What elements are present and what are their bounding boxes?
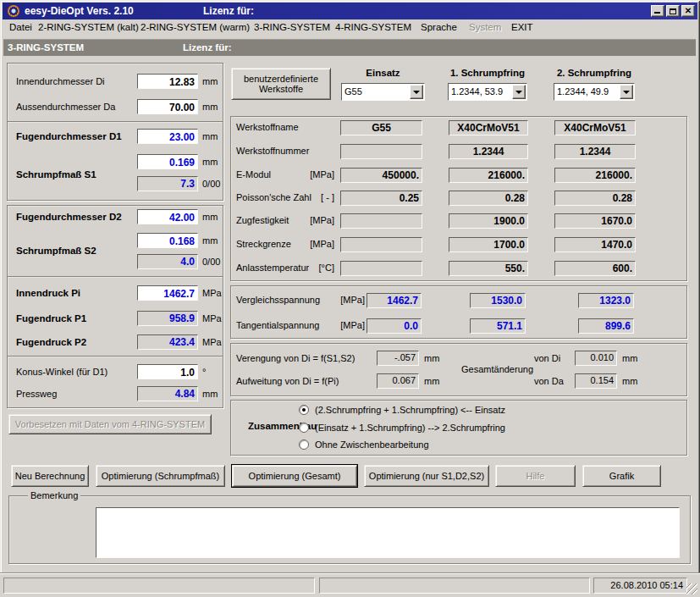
werkstoffname-col1: G55: [340, 120, 422, 135]
app-icon[interactable]: [8, 5, 19, 17]
col-header-ring1: 1. Schrumpfring: [448, 68, 527, 78]
menu-exit[interactable]: EXIT: [511, 22, 533, 32]
status-datetime: 26.08.2010 05:14: [593, 578, 687, 594]
d1-unit: mm: [202, 131, 218, 141]
pi-input[interactable]: [137, 285, 198, 301]
row-unit: [MPa]: [284, 169, 334, 180]
anlasstemp-col1: [340, 261, 422, 276]
menu-4ring[interactable]: 4-RING-SYSTEM: [335, 22, 411, 32]
p1-unit: MPa: [202, 313, 222, 323]
menu-sprache[interactable]: Sprache: [421, 22, 457, 32]
s2-permille-field: 4.0: [137, 254, 198, 269]
s2-mm-input[interactable]: [137, 233, 198, 248]
assembly-option1-radio[interactable]: [299, 405, 309, 415]
minimize-icon: [654, 12, 660, 14]
poisson-col2: 0.28: [449, 191, 528, 206]
assembly-option3-label[interactable]: Ohne Zwischenbearbeitung: [315, 439, 429, 450]
von-di-unit: mm: [622, 353, 637, 363]
einsatz-material-select[interactable]: G55: [341, 83, 425, 101]
optimierung-s1d2s2-button[interactable]: Optimierung (nur S1,D2,S2): [364, 465, 489, 487]
verengung-field: -.057: [377, 351, 419, 366]
chevron-down-icon[interactable]: [410, 85, 423, 99]
dimensions-group: Innendurchmesser Di mm Aussendurchmesser…: [7, 63, 223, 122]
poisson-col1: 0.25: [340, 191, 422, 206]
custom-materials-line2: Werkstoffe: [259, 84, 303, 94]
assembly-option2-radio[interactable]: [299, 423, 309, 433]
assembly-option3-radio[interactable]: [299, 439, 309, 450]
status-panel-1: [3, 578, 315, 594]
von-di-label: von Di: [534, 353, 560, 363]
pressweg-label: Pressweg: [16, 389, 57, 399]
aufweitung-label: Aufweitung von Di = f(Pi): [236, 376, 339, 386]
konus-unit: °: [202, 367, 206, 377]
chevron-down-icon[interactable]: [512, 85, 526, 99]
resize-grip-icon[interactable]: [686, 583, 697, 594]
row-unit: [ - ]: [284, 192, 334, 202]
s2-mm-unit: mm: [202, 235, 218, 246]
da-label: Aussendurchmesser Da: [16, 102, 115, 112]
row-label: Vergleichsspannung: [236, 295, 320, 305]
neu-berechnung-button[interactable]: Neu Berechnung: [11, 465, 89, 487]
p2-label: Fugendruck P2: [16, 337, 86, 347]
streckgrenze-col1: [340, 237, 422, 252]
custom-materials-line1: benutzerdefinierte: [244, 74, 318, 84]
tangential-col3: 899.6: [578, 318, 634, 334]
close-button[interactable]: ✕: [681, 5, 695, 17]
menu-2ring-warm[interactable]: 2-RING-SYSTEM (warm): [141, 22, 250, 32]
konus-label: Konus-Winkel (für D1): [16, 367, 107, 377]
da-input[interactable]: [137, 99, 198, 114]
ring1-material-select[interactable]: 1.2344, 53.9: [448, 83, 527, 101]
row-label: Werkstoffnummer: [236, 146, 309, 156]
d2-s2-group: Fugendurchmesser D2 mm mm Schrumpfmaß S2…: [7, 205, 223, 277]
werkstoffname-col3: X40CrMoV51: [554, 120, 636, 135]
cone-group: Konus-Winkel (für D1) ° Pressweg 4.84 mm: [7, 356, 223, 408]
anlasstemp-col2: 550.: [449, 261, 528, 276]
minimize-button[interactable]: [651, 5, 664, 17]
emodul-col1: 450000.: [340, 168, 422, 183]
d1-input[interactable]: [137, 129, 198, 144]
di-input[interactable]: [137, 74, 198, 89]
status-bar: 26.08.2010 05:14: [0, 572, 700, 597]
poisson-col3: 0.28: [554, 191, 636, 206]
remark-textarea[interactable]: [96, 507, 680, 558]
s1-mm-input[interactable]: [137, 154, 198, 169]
von-da-label: von Da: [534, 376, 564, 386]
row-label: Tangentialspannung: [236, 320, 319, 330]
menu-2ring-kalt[interactable]: 2-RING-SYSTEM (kalt): [38, 22, 139, 32]
assembly-group: Zusammenbau (2.Schrumpfring + 1.Schrumpf…: [230, 400, 687, 456]
einsatz-material-value: G55: [344, 86, 362, 97]
assembly-option1-label[interactable]: (2.Schrumpfring + 1.Schrumpfring) <-- Ei…: [315, 405, 505, 415]
d1-s1-group: Fugendurchmesser D1 mm mm Schrumpfmaß S1…: [7, 121, 223, 201]
konus-input[interactable]: [137, 364, 198, 379]
streckgrenze-col3: 1470.0: [554, 237, 636, 252]
emodul-col2: 216000.: [449, 168, 528, 183]
s1-mm-unit: mm: [202, 157, 218, 167]
maximize-button[interactable]: [666, 5, 680, 17]
ring2-material-select[interactable]: 1.2344, 49.9: [554, 83, 635, 101]
von-di-field: 0.010: [575, 351, 617, 366]
streckgrenze-col2: 1700.0: [449, 237, 528, 252]
anlasstemp-col3: 600.: [554, 261, 636, 276]
custom-materials-button[interactable]: benutzerdefinierte Werkstoffe: [231, 68, 331, 100]
vergleich-col1: 1462.7: [367, 293, 422, 308]
chevron-down-icon[interactable]: [620, 85, 633, 99]
ring1-material-value: 1.2344, 53.9: [451, 86, 503, 97]
menu-datei[interactable]: Datei: [9, 22, 32, 32]
stresses-group: Vergleichsspannung [MPa] 1462.7 1530.0 1…: [230, 285, 687, 339]
preset-4ring-button: Vorbesetzen mit Daten vom 4-RING-SYSTEM: [8, 414, 212, 434]
window-title: eesy-DieOpt Vers. 2.10: [25, 5, 134, 17]
grafik-button[interactable]: Grafik: [582, 465, 661, 487]
pressures-group: Innendruck Pi MPa Fugendruck P1 958.9 MP…: [7, 276, 223, 357]
d2-label: Fugendurchmesser D2: [16, 212, 122, 222]
werkstoffnummer-col2: 1.2344: [449, 144, 528, 159]
app-window: eesy-DieOpt Vers. 2.10 Lizenz für: ✕ Dat…: [0, 0, 700, 597]
menu-3ring[interactable]: 3-RING-SYSTEM: [254, 22, 330, 32]
row-label: E-Modul: [236, 169, 271, 180]
optimierung-schrumpfmass-button[interactable]: Optimierung (Schrumpfmaß): [96, 465, 225, 487]
ring2-material-value: 1.2344, 49.9: [557, 86, 609, 97]
p1-field: 958.9: [137, 311, 198, 326]
d2-input[interactable]: [137, 209, 198, 224]
optimierung-gesamt-button[interactable]: Optimierung (Gesamt): [232, 465, 357, 487]
assembly-option2-label[interactable]: (Einsatz + 1.Schrumpfring) --> 2.Schrump…: [315, 423, 505, 433]
d1-label: Fugendurchmesser D1: [16, 131, 122, 141]
